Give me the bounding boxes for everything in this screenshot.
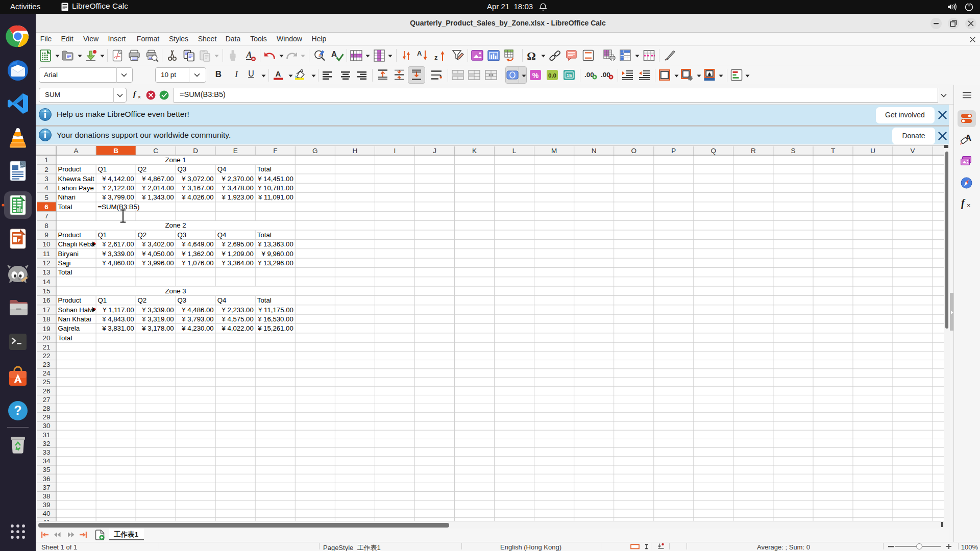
svg-text:14: 14 xyxy=(42,278,51,286)
svg-text:2: 2 xyxy=(44,166,48,173)
svg-text:38: 38 xyxy=(42,492,50,500)
svg-text:Total: Total xyxy=(257,296,272,304)
svg-text:¥ 4,575.00: ¥ 4,575.00 xyxy=(221,315,253,323)
svg-text:Biryani: Biryani xyxy=(58,250,79,258)
svg-text:¥ 2,122.00: ¥ 2,122.00 xyxy=(102,184,134,192)
svg-text:Q2: Q2 xyxy=(138,165,147,173)
svg-text:Total: Total xyxy=(58,334,72,342)
svg-text:V: V xyxy=(911,147,915,155)
svg-text:Q: Q xyxy=(711,147,717,155)
svg-text:¥ 3,167.00: ¥ 3,167.00 xyxy=(181,184,213,192)
svg-text:¥ 2,233.00: ¥ 2,233.00 xyxy=(221,306,253,314)
svg-text:35: 35 xyxy=(42,466,50,473)
svg-text:17: 17 xyxy=(42,306,50,314)
svg-text:Q3: Q3 xyxy=(178,296,187,304)
svg-text:16: 16 xyxy=(42,296,50,304)
svg-text:39: 39 xyxy=(42,501,50,509)
svg-text:¥ 3,831.00: ¥ 3,831.00 xyxy=(102,324,134,332)
svg-text:O: O xyxy=(631,147,636,155)
svg-text:36: 36 xyxy=(42,475,50,483)
svg-text:12: 12 xyxy=(42,259,50,267)
svg-text:¥ 3,364.00: ¥ 3,364.00 xyxy=(221,259,253,267)
svg-text:25: 25 xyxy=(42,378,50,386)
svg-text:Zone 2: Zone 2 xyxy=(165,221,186,229)
svg-text:15: 15 xyxy=(42,287,50,295)
svg-text:?: ? xyxy=(14,403,21,417)
svg-text:33: 33 xyxy=(42,448,50,456)
svg-text:¥ 3,402.00: ¥ 3,402.00 xyxy=(141,240,174,248)
svg-text:Q1: Q1 xyxy=(98,231,107,239)
svg-text:Zone 3: Zone 3 xyxy=(165,287,186,295)
svg-text:K: K xyxy=(472,147,477,155)
svg-text:27: 27 xyxy=(42,396,50,404)
svg-text:¥ 3,478.00: ¥ 3,478.00 xyxy=(221,184,253,192)
svg-text:¥ 2,014.00: ¥ 2,014.00 xyxy=(141,184,174,192)
svg-text:¥ 13,363.00: ¥ 13,363.00 xyxy=(257,240,293,248)
svg-text:1: 1 xyxy=(44,156,48,164)
svg-text:Sajji: Sajji xyxy=(58,259,71,267)
svg-text:¥ 11,091.00: ¥ 11,091.00 xyxy=(258,193,293,201)
svg-text:29: 29 xyxy=(42,413,50,421)
svg-text:F: F xyxy=(273,147,277,155)
svg-text:¥ 10,781.00: ¥ 10,781.00 xyxy=(257,184,293,192)
svg-text:9: 9 xyxy=(44,231,48,239)
svg-text:¥ 3,799.00: ¥ 3,799.00 xyxy=(102,193,134,201)
svg-text:G: G xyxy=(312,147,318,155)
svg-text:B: B xyxy=(113,147,118,155)
svg-text:Total: Total xyxy=(58,268,72,276)
svg-text:¥ 11,175.00: ¥ 11,175.00 xyxy=(258,306,293,314)
svg-text:=SUM(B3:B5): =SUM(B3:B5) xyxy=(98,203,140,211)
svg-text:U: U xyxy=(870,147,875,155)
svg-text:19: 19 xyxy=(42,325,50,333)
svg-text:7: 7 xyxy=(44,212,48,220)
svg-text:Product: Product xyxy=(58,231,82,239)
svg-text:5: 5 xyxy=(44,194,48,202)
svg-text:Q4: Q4 xyxy=(217,296,227,304)
svg-text:¥ 4,843.00: ¥ 4,843.00 xyxy=(102,315,134,323)
svg-text:R: R xyxy=(751,147,756,155)
svg-text:T: T xyxy=(831,147,835,155)
svg-text:¥ 4,050.00: ¥ 4,050.00 xyxy=(141,250,174,258)
svg-text:M: M xyxy=(551,147,557,155)
svg-text:13: 13 xyxy=(42,268,50,276)
svg-text:Zone 1: Zone 1 xyxy=(165,156,186,164)
svg-text:¥ 4,649.00: ¥ 4,649.00 xyxy=(181,240,213,248)
svg-text:40: 40 xyxy=(42,510,50,517)
svg-text:Product: Product xyxy=(58,296,82,304)
svg-text:Khewra Salt: Khewra Salt xyxy=(58,175,94,183)
svg-text:¥ 3,072.00: ¥ 3,072.00 xyxy=(181,175,213,183)
svg-text:Ω: Ω xyxy=(527,50,536,61)
svg-text:¥ 2,617.00: ¥ 2,617.00 xyxy=(102,240,134,248)
svg-text:Q3: Q3 xyxy=(178,231,187,239)
svg-text:A: A xyxy=(276,69,281,78)
svg-text:¥ 14,451.00: ¥ 14,451.00 xyxy=(257,175,293,183)
svg-text:¥ 3,339.00: ¥ 3,339.00 xyxy=(141,306,174,314)
svg-text:¥ 4,142.00: ¥ 4,142.00 xyxy=(102,175,134,183)
svg-text:11: 11 xyxy=(43,250,50,258)
svg-text:¥ 1,209.00: ¥ 1,209.00 xyxy=(221,250,253,258)
svg-text:C: C xyxy=(153,147,158,155)
svg-text:23: 23 xyxy=(42,361,50,368)
svg-text:Q4: Q4 xyxy=(217,165,227,173)
svg-text:D: D xyxy=(193,147,198,155)
svg-text:Total: Total xyxy=(58,203,72,211)
svg-text:28: 28 xyxy=(42,405,50,412)
svg-text:¥ 4,860.00: ¥ 4,860.00 xyxy=(102,259,134,267)
svg-text:%: % xyxy=(532,71,539,80)
svg-text:Lahori Paye: Lahori Paye xyxy=(58,184,94,192)
svg-text:¥ 2,370.00: ¥ 2,370.00 xyxy=(221,175,253,183)
svg-text:20: 20 xyxy=(42,334,50,342)
svg-text:L: L xyxy=(512,147,517,155)
svg-text:¥ 2,695.00: ¥ 2,695.00 xyxy=(221,240,253,248)
svg-text:Gajrela: Gajrela xyxy=(58,324,80,332)
svg-text:A: A xyxy=(417,49,422,57)
svg-text:¥ 13,296.00: ¥ 13,296.00 xyxy=(257,259,293,267)
svg-text:¥ 4,867.00: ¥ 4,867.00 xyxy=(141,175,174,183)
svg-text:¥ 4,022.00: ¥ 4,022.00 xyxy=(221,324,253,332)
svg-text:10: 10 xyxy=(42,240,50,248)
svg-text:¥ 1,923.00: ¥ 1,923.00 xyxy=(221,193,253,201)
svg-text:Q2: Q2 xyxy=(138,296,147,304)
svg-text:I: I xyxy=(394,147,396,155)
svg-text:37: 37 xyxy=(42,484,50,491)
svg-text:Q1: Q1 xyxy=(98,296,107,304)
